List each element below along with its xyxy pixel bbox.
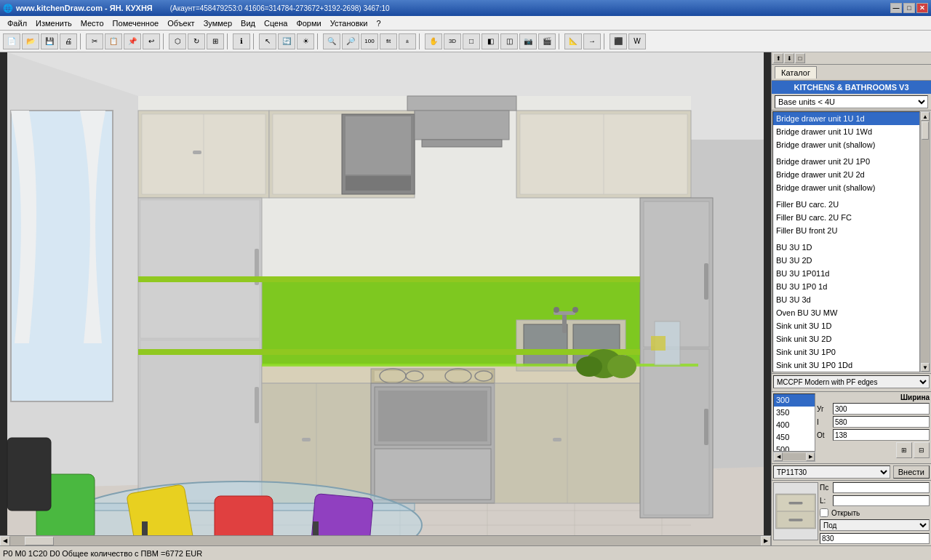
catalog-list-item[interactable]: Filler BU front 2U [773,224,919,237]
toolbar-zoom-custom[interactable]: ± [399,33,416,49]
toolbar-zoom-in[interactable]: 🔍 [323,33,340,49]
catalog-tab[interactable]: Каталог [775,66,817,79]
catalog-list-item[interactable]: Filler BU carc. 2U FC [773,211,919,224]
dim-icon2[interactable]: ⊟ [914,442,930,458]
catalog-list-item[interactable]: Bridge drawer unit 2U 2d [773,168,919,181]
width-list[interactable]: 300350400450500600 [773,393,815,452]
toolbar-video[interactable]: 🎬 [538,33,556,49]
catalog-list-item[interactable]: Oven BU 3U MW [773,306,919,319]
toolbar-pan[interactable]: ✋ [425,33,442,49]
toolbar-refresh[interactable]: 🔄 [278,33,295,49]
catalog-list-item[interactable]: BU 3U 3d [773,293,919,306]
toolbar-cursor[interactable]: ↖ [259,33,276,49]
catalog-list-item[interactable]: BU 3U 2D [773,254,919,267]
width-list-item[interactable]: 500 [774,444,815,452]
catalog-list-item[interactable]: BU 3U 1D [773,241,919,254]
toolbar-render1[interactable]: □ [463,33,480,49]
width-htrack[interactable] [783,453,806,460]
dim-ug-input[interactable] [833,403,930,415]
toolbar-extra1[interactable]: ⬛ [610,33,627,49]
field-pc-input[interactable] [833,482,930,493]
catalog-vscrollbar[interactable]: ▲ ▼ [920,111,930,372]
panel-icon3[interactable]: □ [795,53,805,63]
vscroll-thumb[interactable] [922,121,929,140]
toolbar-undo[interactable]: ↩ [143,33,160,49]
toolbar-zoom-100[interactable]: 100 [361,33,378,49]
menu-place[interactable]: Место [76,17,108,29]
catalog-list-item[interactable]: Filler BU carc. 2U [773,198,919,211]
dim-ot-input[interactable] [833,429,930,441]
dim-icon1[interactable]: ⊞ [896,442,912,458]
hscroll-left-btn[interactable]: ◀ [0,536,10,546]
insert-code-select[interactable]: TP11T30 [773,465,890,479]
vscroll-up-btn[interactable]: ▲ [921,112,930,121]
panel-icon1[interactable]: ⬆ [773,53,783,63]
catalog-list-item[interactable]: BU 3U 1P011d [773,267,919,280]
toolbar-render2[interactable]: ◧ [482,33,499,49]
viewport[interactable]: ◀ ▶ [0,52,771,545]
toolbar-save[interactable]: 💾 [41,33,58,49]
toolbar-arrow[interactable]: → [583,33,601,49]
catalog-list-item[interactable]: Bridge drawer unit 1U 1Wd [773,125,919,138]
toolbar-print[interactable]: 🖨 [60,33,77,49]
maximize-button[interactable]: □ [903,3,915,13]
toolbar-move[interactable]: ⬡ [169,33,186,49]
toolbar-extra2[interactable]: W [628,33,646,49]
menu-scene[interactable]: Сцена [260,17,292,29]
toolbar-light[interactable]: ☀ [297,33,314,49]
toolbar-cut[interactable]: ✂ [86,33,103,49]
toolbar-render3[interactable]: ◫ [500,33,518,49]
catalog-list-item[interactable]: BU 3U 1P0 1d [773,280,919,293]
menu-file[interactable]: Файл [3,17,31,29]
toolbar-info[interactable]: ℹ [233,33,250,49]
toolbar-zoom-out[interactable]: 🔎 [342,33,359,49]
menu-zoom[interactable]: Зуммер [199,17,236,29]
catalog-list-item[interactable]: Sink unit 3U 1D [773,319,919,332]
width-scroll-right[interactable]: ▶ [806,452,815,461]
dim-i-input[interactable] [833,416,930,428]
under-select[interactable]: Под [820,519,930,531]
catalog-list-item[interactable]: Bridge drawer unit (shallow) [773,138,919,151]
catalog-list-item[interactable]: Sink unit 3U 2D [773,332,919,345]
toolbar-align[interactable]: ⊞ [207,33,224,49]
close-button[interactable]: ✕ [916,3,928,13]
hscroll-right-btn[interactable]: ▶ [761,536,771,546]
menu-view[interactable]: Вид [236,17,260,29]
catalog-list-item[interactable]: Bridge drawer unit 2U 1P0 [773,155,919,168]
width-list-item[interactable]: 350 [774,407,815,419]
menu-edit[interactable]: Изменить [31,17,76,29]
minimize-button[interactable]: — [890,3,902,13]
panel-icon2[interactable]: ⬇ [784,53,794,63]
field-l-input[interactable] [833,495,930,506]
open-checkbox[interactable] [820,508,828,517]
width-list-item[interactable]: 400 [774,419,815,431]
vscroll-down-btn[interactable]: ▼ [921,363,930,372]
toolbar-paste[interactable]: 📌 [124,33,141,49]
toolbar-measure[interactable]: 📐 [564,33,582,49]
menu-bookmarks[interactable]: Помеченное [108,17,164,29]
toolbar-zoom-fit[interactable]: fit [380,33,397,49]
menu-object[interactable]: Объект [163,17,199,29]
hscroll-thumb[interactable] [25,537,54,545]
toolbar-view3d[interactable]: 3D [444,33,461,49]
catalog-list-item[interactable]: Sink unit 3U 1P0 1Dd [773,359,919,372]
catalog-list[interactable]: Bridge drawer unit 1U 1dBridge drawer un… [772,111,920,372]
catalog-list-item[interactable]: Bridge drawer unit 1U 1d [773,112,919,125]
catalog-list-item[interactable]: Bridge drawer unit (shallow) [773,181,919,194]
toolbar-rotate[interactable]: ↻ [188,33,205,49]
menu-settings[interactable]: Установки [326,17,372,29]
insert-button[interactable]: Внести [893,465,930,479]
toolbar-open[interactable]: 📂 [22,33,39,49]
width-hscroll[interactable]: ◀ ▶ [773,452,815,462]
menu-help[interactable]: ? [372,17,385,29]
hscroll-track[interactable] [10,536,761,546]
catalog-list-item[interactable]: Sink unit 3U 1P0 [773,345,919,359]
width-list-item[interactable]: 300 [774,394,815,407]
under-value-input[interactable] [820,533,930,544]
menu-forms[interactable]: Форми [292,17,325,29]
toolbar-cam[interactable]: 📷 [519,33,537,49]
toolbar-new[interactable]: 📄 [3,33,20,49]
width-list-item[interactable]: 450 [774,431,815,444]
catalog-filter-select[interactable]: Base units < 4U [775,95,928,108]
width-scroll-left[interactable]: ◀ [774,452,783,461]
